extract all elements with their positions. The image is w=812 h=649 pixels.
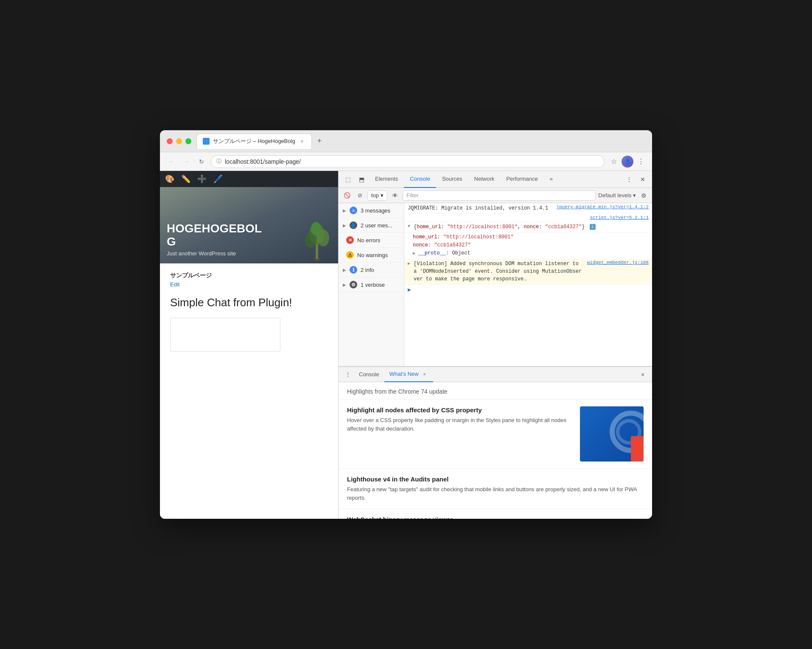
- sidebar-warnings-label: No warnings: [357, 252, 388, 258]
- devtools-panel: ⬚ ⬒ Elements Console Sources Network: [338, 171, 652, 519]
- hero-text-block: HOGEHOGEBOL G Just another WordPress sit…: [167, 222, 262, 257]
- console-text: JQMIGRATE: Migrate is installed, version…: [408, 204, 553, 212]
- console-link[interactable]: widget_embedder.js:106: [587, 260, 649, 265]
- website-content: 🎨 ✏️ ➕ 🖊️ HOGEHOGEBOL G: [160, 171, 338, 519]
- console-text: {home_url: "http://localhost:8001", nonc…: [414, 223, 649, 231]
- expand-arrow: ▶: [343, 268, 346, 272]
- device-emulation-button[interactable]: ⬒: [356, 173, 367, 185]
- sidebar-item-messages[interactable]: ▶ ≡ 3 messages: [339, 203, 404, 218]
- feature-title: Highlight all nodes affected by CSS prop…: [347, 406, 573, 414]
- console-warning-line: ▶ [Violation] Added synchronous DOM muta…: [404, 259, 652, 285]
- console-link[interactable]: jquery-migrate.min.js?ver=1.4.1:2: [556, 204, 649, 210]
- sidebar-user-label: 2 user mes...: [361, 222, 392, 229]
- url-text: localhost:8001/sample-page/: [225, 158, 599, 165]
- console-prompt[interactable]: ▶: [404, 285, 652, 295]
- tab-console[interactable]: Console: [404, 171, 436, 188]
- feature-item-websocket: WebSocket binary message viewer Click a …: [339, 509, 652, 519]
- error-badge: ✕: [346, 236, 354, 244]
- tab-console-bottom[interactable]: Console: [354, 367, 384, 382]
- sidebar-info-label: 2 info: [361, 267, 374, 273]
- page-edit-link[interactable]: Edit: [170, 281, 328, 288]
- bottom-tabs-more-button[interactable]: ⋮: [342, 369, 354, 380]
- inspect-element-button[interactable]: ⬚: [342, 173, 354, 185]
- whats-new-content: Highlights from the Chrome 74 update Hig…: [339, 382, 652, 519]
- bottom-panel: ⋮ Console What's New × × Highlights from…: [339, 366, 652, 519]
- console-line: JQMIGRATE: Migrate is installed, version…: [404, 203, 652, 214]
- reload-button[interactable]: ↻: [196, 156, 207, 168]
- console-toolbar: 🚫 ⊘ top ▾ 👁 Filter Default levels ▾ ⚙: [339, 188, 652, 203]
- back-button[interactable]: ←: [165, 156, 177, 168]
- expand-arrow: ▶: [343, 208, 346, 213]
- sidebar-item-info[interactable]: ▶ ℹ 2 info: [339, 263, 404, 277]
- devtools-more-button[interactable]: ⋮: [623, 173, 635, 185]
- devtools-close-button[interactable]: ✕: [637, 173, 649, 185]
- minimize-traffic-light[interactable]: [176, 138, 182, 144]
- feature-description: Featuring a new "tap targets" audit for …: [347, 485, 644, 502]
- wp-palette-icon[interactable]: 🎨: [165, 174, 174, 184]
- feature-text: Highlight all nodes affected by CSS prop…: [347, 406, 573, 462]
- verbose-badge: ⚙: [350, 281, 357, 288]
- tab-performance[interactable]: Performance: [500, 171, 543, 188]
- menu-button[interactable]: ⋮: [635, 156, 647, 168]
- wp-edit-icon[interactable]: 🖊️: [213, 174, 223, 184]
- security-icon: ⓘ: [216, 158, 221, 165]
- console-link[interactable]: script.js?ver=5.2.1:1: [590, 215, 649, 220]
- console-line: script.js?ver=5.2.1:1: [404, 214, 652, 222]
- active-tab[interactable]: 🌐 サンプルページ – HogeHogeBolg ×: [196, 134, 312, 149]
- sidebar-item-user-messages[interactable]: ▶ 👤 2 user mes...: [339, 218, 404, 233]
- title-bar: 🌐 サンプルページ – HogeHogeBolg × +: [160, 130, 652, 152]
- console-clear-button[interactable]: 🚫: [342, 190, 352, 201]
- devtools-header: ⬚ ⬒ Elements Console Sources Network: [339, 171, 652, 188]
- expand-arrow: ▶: [343, 283, 346, 287]
- proto-arrow[interactable]: ▶: [413, 251, 415, 256]
- maximize-traffic-light[interactable]: [185, 138, 191, 144]
- whats-new-header: Highlights from the Chrome 74 update: [339, 382, 652, 400]
- devtools-right-buttons: ⋮ ✕: [623, 173, 649, 185]
- chrome-74-graphic: [580, 406, 644, 462]
- log-levels-dropdown[interactable]: Default levels ▾: [598, 192, 636, 199]
- obj-block: home_url: "http://localhost:8001" nonce:…: [404, 232, 652, 259]
- tab-close-button[interactable]: ×: [299, 138, 305, 145]
- hero-plant-image: [304, 213, 330, 263]
- feature-text: Lighthouse v4 in the Audits panel Featur…: [347, 476, 644, 502]
- chat-widget-box: [170, 318, 280, 352]
- bottom-panel-close-button[interactable]: ×: [637, 369, 649, 380]
- info-small-badge: ℹ: [350, 266, 357, 274]
- plugin-title: Simple Chat from Plugin!: [170, 296, 328, 309]
- tab-more[interactable]: »: [544, 171, 559, 188]
- feature-text: WebSocket binary message viewer Click a …: [347, 516, 644, 519]
- tab-whats-new[interactable]: What's New ×: [384, 367, 433, 382]
- feature-title: Lighthouse v4 in the Audits panel: [347, 476, 644, 483]
- main-area: 🎨 ✏️ ➕ 🖊️ HOGEHOGEBOL G: [160, 171, 652, 519]
- wp-plus-icon[interactable]: ➕: [197, 174, 207, 184]
- sidebar-verbose-label: 1 verbose: [361, 282, 385, 288]
- sidebar-item-verbose[interactable]: ▶ ⚙ 1 verbose: [339, 277, 404, 292]
- tab-elements[interactable]: Elements: [369, 171, 404, 188]
- forward-button[interactable]: →: [180, 156, 192, 168]
- console-filter-button[interactable]: ⊘: [355, 190, 365, 201]
- wp-pen-icon[interactable]: ✏️: [181, 174, 190, 184]
- traffic-lights: [167, 138, 191, 144]
- user-avatar[interactable]: 👤: [622, 156, 633, 168]
- expand-arrow[interactable]: ▼: [408, 223, 410, 229]
- tab-network[interactable]: Network: [468, 171, 501, 188]
- expand-arrow[interactable]: ▶: [408, 260, 410, 266]
- sidebar-item-errors[interactable]: ✕ No errors: [339, 233, 404, 248]
- console-filter-input[interactable]: Filter: [403, 190, 596, 201]
- tab-sources[interactable]: Sources: [436, 171, 468, 188]
- close-traffic-light[interactable]: [167, 138, 173, 144]
- address-bar[interactable]: ⓘ localhost:8001/sample-page/: [211, 155, 605, 168]
- context-selector[interactable]: top ▾: [367, 190, 387, 201]
- feature-item-css: Highlight all nodes affected by CSS prop…: [339, 400, 652, 469]
- user-badge: 👤: [350, 221, 357, 229]
- bookmark-button[interactable]: ☆: [608, 156, 620, 168]
- info-badge: ≡: [350, 207, 357, 214]
- sidebar-item-warnings[interactable]: ⚠ No warnings: [339, 248, 404, 263]
- eye-icon[interactable]: 👁: [390, 190, 400, 201]
- new-tab-button[interactable]: +: [314, 135, 325, 147]
- console-settings-button[interactable]: ⚙: [638, 190, 649, 201]
- whats-new-close-tab[interactable]: ×: [421, 371, 428, 378]
- hero-section: HOGEHOGEBOL G Just another WordPress sit…: [160, 187, 338, 263]
- console-sidebar: ▶ ≡ 3 messages ▶ 👤 2 user mes...: [339, 203, 404, 366]
- browser-window: 🌐 サンプルページ – HogeHogeBolg × + ← → ↻ ⓘ loc…: [160, 130, 652, 519]
